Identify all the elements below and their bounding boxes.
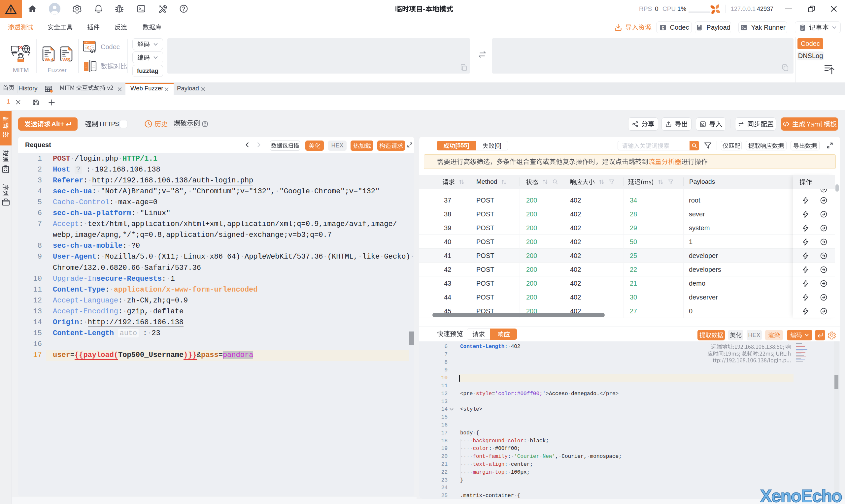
svg-text:WS: WS — [63, 57, 70, 62]
svg-text:C: C — [87, 44, 91, 51]
svg-text:Web: Web — [45, 57, 55, 62]
svg-text:C: C — [662, 25, 664, 30]
